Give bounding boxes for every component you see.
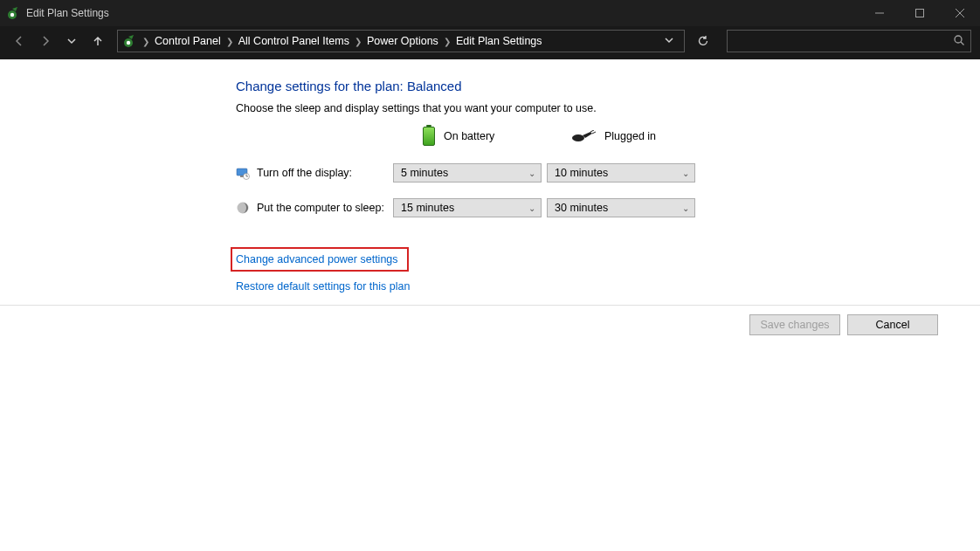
- display-timeout-label: Turn off the display:: [257, 167, 393, 179]
- display-timeout-battery-select[interactable]: 5 minutes ⌄: [393, 163, 542, 183]
- combo-value: 10 minutes: [555, 167, 682, 179]
- sleep-icon: [236, 201, 250, 215]
- chevron-down-icon: ⌄: [528, 203, 535, 213]
- sleep-timeout-label: Put the computer to sleep:: [257, 202, 393, 214]
- content-area: Change settings for the plan: Balanced C…: [0, 59, 980, 551]
- address-icon: [123, 34, 137, 48]
- back-button[interactable]: [9, 31, 30, 52]
- svg-point-8: [955, 36, 962, 43]
- display-icon: [236, 166, 250, 180]
- breadcrumb-item[interactable]: Power Options: [363, 35, 442, 47]
- svg-point-10: [572, 134, 584, 141]
- breadcrumb-item[interactable]: All Control Panel Items: [235, 35, 353, 47]
- chevron-right-icon[interactable]: ❯: [224, 37, 235, 46]
- up-button[interactable]: [87, 31, 108, 52]
- chevron-down-icon: ⌄: [528, 169, 535, 178]
- address-dropdown-button[interactable]: [659, 36, 679, 46]
- title-bar: Edit Plan Settings: [0, 0, 980, 26]
- combo-value: 15 minutes: [401, 202, 528, 214]
- combo-value: 5 minutes: [401, 167, 528, 179]
- on-battery-header: On battery: [423, 127, 571, 146]
- recent-locations-button[interactable]: [61, 31, 82, 52]
- advanced-power-settings-link[interactable]: Change advanced power settings: [231, 247, 409, 272]
- minimize-button[interactable]: [859, 0, 900, 26]
- svg-line-9: [961, 42, 964, 45]
- app-icon: [7, 6, 21, 20]
- forward-button[interactable]: [35, 31, 56, 52]
- chevron-right-icon[interactable]: ❯: [353, 37, 363, 46]
- svg-point-1: [10, 13, 14, 17]
- search-input[interactable]: [727, 30, 971, 52]
- links-section: Change advanced power settings Restore d…: [236, 247, 952, 293]
- sleep-timeout-battery-select[interactable]: 15 minutes ⌄: [393, 198, 542, 217]
- plug-icon: [571, 130, 596, 142]
- chevron-down-icon: ⌄: [682, 169, 689, 178]
- page-description: Choose the sleep and display settings th…: [236, 102, 952, 114]
- close-button[interactable]: [940, 0, 980, 26]
- save-button[interactable]: Save changes: [749, 314, 840, 335]
- window-title: Edit Plan Settings: [26, 7, 109, 19]
- svg-line-11: [590, 130, 594, 132]
- restore-defaults-link[interactable]: Restore default settings for this plan: [236, 280, 410, 293]
- svg-rect-3: [916, 10, 924, 17]
- display-timeout-row: Turn off the display: 5 minutes ⌄ 10 min…: [236, 163, 952, 183]
- breadcrumb-item[interactable]: Control Panel: [151, 35, 224, 47]
- cancel-button[interactable]: Cancel: [847, 314, 938, 335]
- power-source-header: On battery Plugged in: [236, 127, 952, 146]
- plugged-in-label: Plugged in: [604, 130, 656, 142]
- svg-point-7: [127, 41, 130, 45]
- chevron-right-icon[interactable]: ❯: [442, 37, 452, 46]
- plugged-in-header: Plugged in: [571, 130, 720, 142]
- footer-bar: Save changes Cancel: [0, 305, 980, 348]
- chevron-down-icon: ⌄: [682, 203, 689, 213]
- navigation-bar: ❯ Control Panel ❯ All Control Panel Item…: [0, 26, 980, 59]
- page-heading: Change settings for the plan: Balanced: [236, 79, 952, 93]
- chevron-right-icon[interactable]: ❯: [141, 37, 151, 46]
- battery-icon: [423, 127, 435, 146]
- sleep-timeout-row: Put the computer to sleep: 15 minutes ⌄ …: [236, 198, 952, 217]
- display-timeout-plugged-select[interactable]: 10 minutes ⌄: [547, 163, 695, 183]
- combo-value: 30 minutes: [555, 202, 682, 214]
- maximize-button[interactable]: [900, 0, 940, 26]
- search-icon: [953, 34, 965, 49]
- on-battery-label: On battery: [444, 130, 494, 142]
- address-bar[interactable]: ❯ Control Panel ❯ All Control Panel Item…: [117, 30, 685, 52]
- breadcrumb-item[interactable]: Edit Plan Settings: [452, 35, 546, 47]
- svg-line-12: [592, 132, 596, 134]
- refresh-button[interactable]: [692, 30, 714, 52]
- sleep-timeout-plugged-select[interactable]: 30 minutes ⌄: [547, 198, 695, 217]
